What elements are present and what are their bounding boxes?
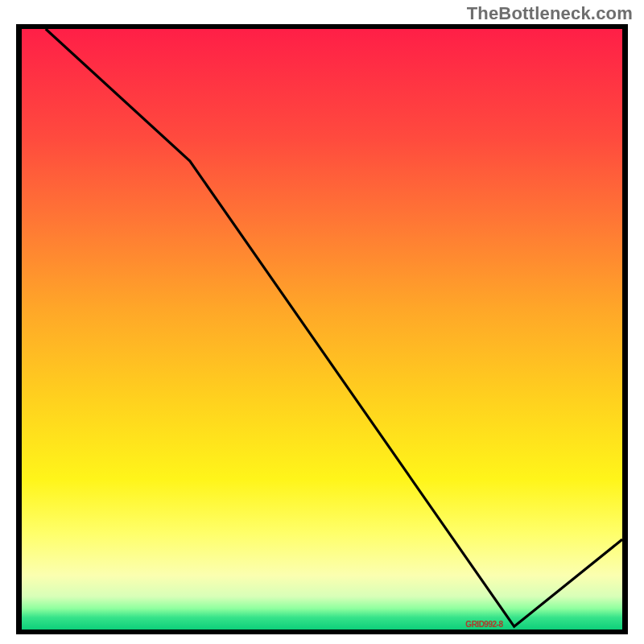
attribution-label: TheBottleneck.com [467,3,633,24]
curve-svg [22,29,622,630]
plot-area: GRID992-8 [16,24,628,634]
bottleneck-curve-path [46,29,622,626]
minimum-annotation: GRID992-8 [465,619,502,628]
chart-frame: TheBottleneck.com GRID992-8 [0,0,644,644]
